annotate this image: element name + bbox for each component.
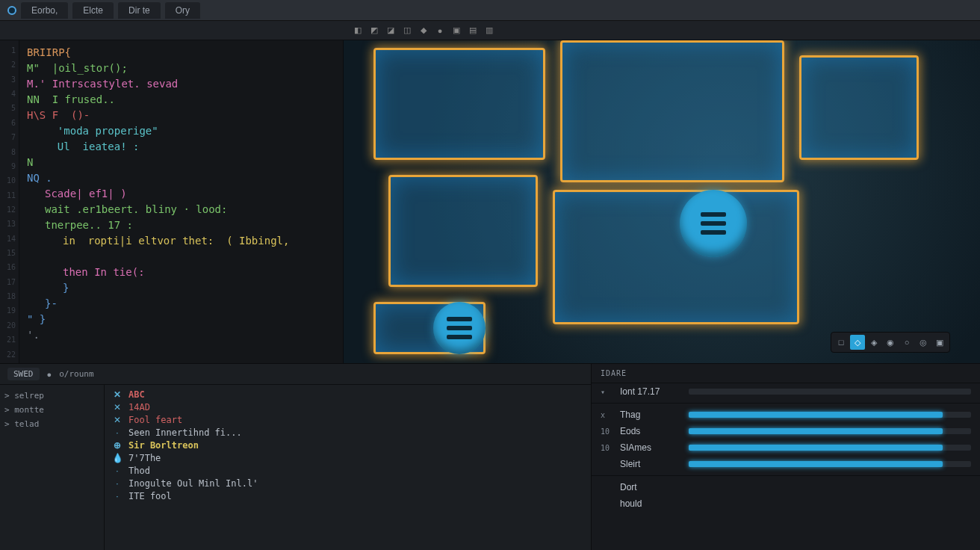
- track-label: Eods: [620, 426, 680, 436]
- viewport-tool-7[interactable]: ▣: [932, 335, 947, 350]
- tab-1[interactable]: Eorbo,: [21, 2, 68, 19]
- viewport-node-icon[interactable]: [680, 190, 747, 257]
- code-line[interactable]: [27, 249, 337, 265]
- asset-list-row[interactable]: ⊕Sir Borltreon: [112, 440, 583, 451]
- panel-key-icon: ▾: [601, 388, 611, 396]
- tool-icon-1[interactable]: ◧: [351, 24, 365, 37]
- main-split: 12345678910111213141516171819202122 BRII…: [0, 40, 980, 363]
- asset-list-row[interactable]: 💧7'7The: [112, 453, 583, 463]
- properties-panel: IDARE ▾ Iont 17.17 xThag10Eods10SIAmesSl…: [592, 364, 980, 550]
- track-bar[interactable]: [689, 461, 971, 467]
- code-line[interactable]: 'moda properige": [27, 123, 337, 139]
- code-editor[interactable]: 12345678910111213141516171819202122 BRII…: [0, 40, 344, 363]
- panel-title[interactable]: Iont 17.17: [620, 386, 680, 397]
- asset-breadcrumb[interactable]: o/rounm: [59, 369, 93, 379]
- code-line[interactable]: tnerpee.. 17 :: [27, 217, 337, 233]
- code-line[interactable]: in ropti|i eltvor thet: ( Ibbingl,: [27, 233, 337, 249]
- tool-icon-2[interactable]: ◩: [368, 24, 381, 37]
- asset-list-row[interactable]: ·Seen Innertihnd fi...: [112, 427, 583, 438]
- viewport-tool-1[interactable]: □: [834, 335, 849, 350]
- divider: [592, 403, 980, 404]
- asset-row-icon: ⊕: [112, 440, 122, 451]
- tool-icon-8[interactable]: ▤: [466, 24, 480, 37]
- viewport-tool-5[interactable]: ○: [899, 335, 914, 350]
- code-line[interactable]: Scade| ef1| ): [27, 186, 337, 202]
- viewport-wrap: □ ◇ ◈ ◉ ○ ◎ ▣: [344, 40, 980, 363]
- tab-3[interactable]: Dir te: [118, 2, 161, 19]
- code-line[interactable]: M.' Intrscastylet. sevad: [27, 76, 337, 92]
- viewport-3d[interactable]: □ ◇ ◈ ◉ ○ ◎ ▣: [344, 40, 980, 363]
- viewport-cell[interactable]: [560, 40, 784, 182]
- code-line[interactable]: M" |oil_stor();: [27, 61, 337, 76]
- divider: [592, 475, 980, 476]
- line-gutter: 12345678910111213141516171819202122: [0, 40, 19, 363]
- asset-row-icon: ·: [112, 491, 122, 501]
- code-line[interactable]: " }: [27, 312, 337, 327]
- code-line[interactable]: NN I frused..: [27, 92, 337, 108]
- tool-icon-9[interactable]: ▥: [483, 24, 496, 37]
- panel-title-bar[interactable]: [689, 389, 971, 395]
- asset-list-row[interactable]: ✕Fool feart: [112, 415, 583, 425]
- code-line[interactable]: BRIIRP{: [27, 45, 337, 61]
- track-row[interactable]: xThag: [592, 407, 980, 423]
- code-line[interactable]: H\S F ()-: [27, 108, 337, 123]
- asset-header: SWED ● o/rounm: [0, 364, 591, 385]
- asset-list[interactable]: ✕ABC✕14AD✕Fool feart·Seen Innertihnd fi.…: [105, 385, 591, 550]
- code-line[interactable]: Ul ieatea! :: [27, 139, 337, 155]
- viewport-cell[interactable]: [553, 190, 799, 324]
- asset-row-label: Fool feart: [128, 415, 182, 425]
- asset-list-row[interactable]: ✕14AD: [112, 402, 583, 412]
- track-bar[interactable]: [689, 428, 971, 434]
- viewport-node-icon[interactable]: [433, 302, 486, 354]
- tab-2[interactable]: Elcte: [72, 2, 114, 19]
- panel-sub-row[interactable]: hould: [592, 495, 980, 512]
- viewport-cell[interactable]: [388, 175, 538, 287]
- asset-list-row[interactable]: ·ITE fool: [112, 491, 583, 501]
- tool-icon-4[interactable]: ◫: [400, 24, 414, 37]
- asset-row-icon: 💧: [112, 453, 122, 463]
- code-line[interactable]: wait .er1beert. bliny · lood:: [27, 202, 337, 217]
- code-line[interactable]: N: [27, 155, 337, 170]
- tool-icon-5[interactable]: ◆: [417, 24, 430, 37]
- tool-icon-6[interactable]: ●: [433, 24, 447, 37]
- track-label: Thag: [620, 410, 680, 420]
- asset-tree-item[interactable]: > montte: [4, 405, 99, 415]
- asset-list-row[interactable]: ✕ABC: [112, 389, 583, 400]
- asset-tree-item[interactable]: > telad: [4, 419, 99, 429]
- viewport-tool-3[interactable]: ◈: [866, 335, 881, 350]
- app-icon: [7, 6, 16, 15]
- viewport-tool-2[interactable]: ◇: [850, 335, 865, 350]
- viewport-cell[interactable]: [373, 48, 545, 160]
- code-line[interactable]: }-: [27, 296, 337, 312]
- tool-icon-3[interactable]: ◪: [384, 24, 397, 37]
- track-row[interactable]: 10Eods: [592, 423, 980, 439]
- track-label: Sleirt: [620, 459, 680, 469]
- asset-row-icon: ·: [112, 466, 122, 476]
- code-line[interactable]: '.: [27, 327, 337, 343]
- tool-icon-7[interactable]: ▣: [450, 24, 463, 37]
- tab-4[interactable]: Ory: [165, 2, 200, 19]
- asset-list-row[interactable]: ·Thod: [112, 466, 583, 476]
- asset-tree-item[interactable]: > selrep: [4, 391, 99, 401]
- asset-list-row[interactable]: ·Inogulte Oul Minl Inl.l': [112, 478, 583, 489]
- asset-header-label[interactable]: SWED: [7, 368, 40, 380]
- code-line[interactable]: then In tie(:: [27, 265, 337, 280]
- track-row[interactable]: Sleirt: [592, 456, 980, 472]
- asset-row-label: Thod: [128, 466, 150, 476]
- asset-row-label: Seen Innertihnd fi...: [128, 427, 242, 438]
- code-line[interactable]: NQ .: [27, 170, 337, 186]
- asset-tree[interactable]: > selrep> montte> telad: [0, 385, 105, 550]
- asset-row-label: 14AD: [128, 402, 150, 412]
- viewport-cell[interactable]: [799, 55, 919, 160]
- asset-row-label: Sir Borltreon: [128, 440, 199, 451]
- code-line[interactable]: }: [27, 280, 337, 296]
- track-bar[interactable]: [689, 445, 971, 451]
- viewport-toolbar: □ ◇ ◈ ◉ ○ ◎ ▣: [831, 332, 950, 353]
- code-area[interactable]: BRIIRP{M" |oil_stor();M.' Intrscastylet.…: [19, 40, 343, 363]
- track-row[interactable]: 10SIAmes: [592, 439, 980, 456]
- panel-sub-row[interactable]: Dort: [592, 479, 980, 495]
- track-key: x: [601, 411, 611, 419]
- viewport-tool-4[interactable]: ◉: [883, 335, 898, 350]
- viewport-tool-6[interactable]: ◎: [916, 335, 931, 350]
- track-bar[interactable]: [689, 412, 971, 418]
